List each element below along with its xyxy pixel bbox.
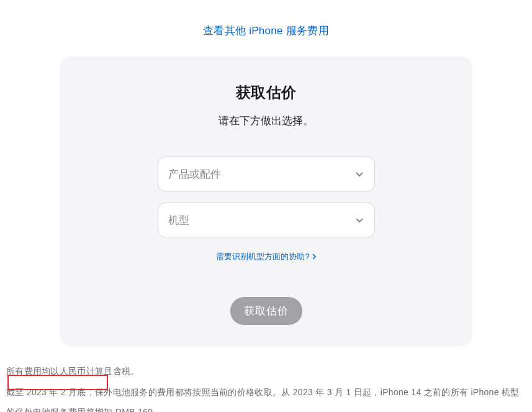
footer-line-1: 所有费用均以人民币计算且含税。 (6, 361, 526, 381)
help-link-text: 需要识别机型方面的协助? (216, 251, 309, 262)
footer-notes: 所有费用均以人民币计算且含税。 截至 2023 年 2 月底，保外电池服务的费用… (0, 346, 532, 412)
product-select-placeholder: 产品或配件 (168, 167, 221, 181)
product-select-wrapper: 产品或配件 (158, 157, 375, 191)
get-estimate-button[interactable]: 获取估价 (230, 297, 302, 325)
footer-line-2: 截至 2023 年 2 月底，保外电池服务的费用都将按照当前的价格收取。从 20… (6, 382, 526, 412)
card-title: 获取估价 (84, 83, 448, 103)
model-select[interactable]: 机型 (158, 203, 375, 237)
model-help-link[interactable]: 需要识别机型方面的协助? (216, 251, 315, 262)
model-select-placeholder: 机型 (168, 213, 189, 227)
estimate-card: 获取估价 请在下方做出选择。 产品或配件 机型 需要识别机型方面的协助? 获取估… (60, 57, 472, 346)
card-subtitle: 请在下方做出选择。 (84, 114, 448, 128)
other-services-link[interactable]: 查看其他 iPhone 服务费用 (203, 25, 329, 37)
chevron-right-icon (312, 252, 316, 262)
product-select[interactable]: 产品或配件 (158, 157, 375, 191)
model-select-wrapper: 机型 (158, 203, 375, 237)
